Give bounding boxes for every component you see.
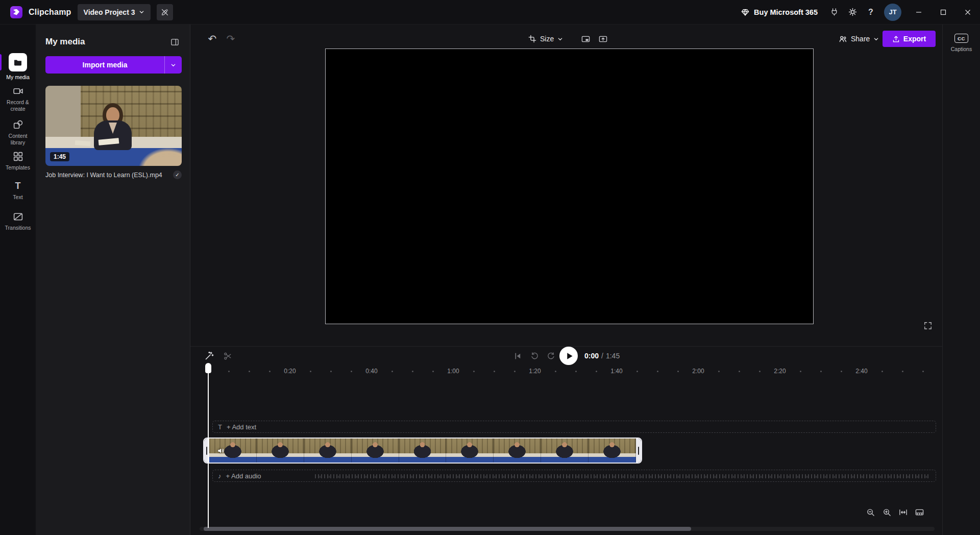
skip-to-start-button[interactable] [510, 348, 525, 363]
fit-width-icon [899, 508, 908, 517]
clip-trim-handle-right[interactable] [636, 439, 641, 463]
minimize-icon [916, 9, 922, 15]
import-media-dropdown[interactable] [164, 56, 182, 74]
seek-forward-button[interactable] [543, 348, 558, 363]
sidebar-item-content-library[interactable]: Content library [0, 119, 36, 145]
scissors-icon [224, 352, 232, 360]
play-button[interactable] [559, 347, 578, 365]
fullscreen-button[interactable] [921, 319, 935, 332]
skip-start-icon [513, 352, 522, 360]
magic-tools-button[interactable] [202, 348, 217, 363]
seek-back-icon [530, 352, 539, 360]
captions-icon: CC [954, 34, 968, 43]
video-thumbnail[interactable]: 1:45 [45, 86, 182, 166]
timeline-scrollbar-thumb[interactable] [204, 527, 691, 531]
screenshot-button[interactable] [596, 32, 610, 46]
ruler-dot [239, 367, 259, 376]
ruler-dot [321, 367, 341, 376]
sidebar-item-templates[interactable]: Templates [0, 151, 36, 171]
share-dropdown[interactable]: Share [832, 31, 885, 47]
film-frame [494, 439, 541, 463]
media-panel-header: My media [36, 25, 190, 56]
ruler-dot [545, 367, 566, 376]
add-audio-track[interactable]: ♪ + Add audio [212, 470, 936, 482]
chevron-down-icon [170, 62, 176, 68]
redo-icon: ↷ [227, 34, 235, 44]
editing-disabled-button[interactable] [157, 4, 173, 20]
ruler-label: 0:40 [361, 367, 382, 376]
export-icon [892, 35, 900, 43]
redo-button[interactable]: ↷ [222, 30, 239, 47]
ruler-dot [668, 367, 688, 376]
sidebar-item-label: Text [13, 194, 22, 201]
gear-icon [848, 8, 857, 16]
sidebar-item-label: Record & create [2, 99, 34, 112]
connected-apps-button[interactable] [825, 3, 843, 21]
plug-icon [830, 8, 839, 16]
ruler-dot [708, 367, 729, 376]
ruler-label: 2:00 [688, 367, 708, 376]
captions-panel-button[interactable]: CC Captions [951, 34, 972, 52]
collapse-panel-button[interactable] [167, 35, 182, 49]
video-preview-canvas[interactable] [325, 48, 814, 324]
sidebar-item-record-create[interactable]: Record & create [0, 86, 36, 112]
picture-in-picture-button[interactable] [578, 32, 593, 46]
help-icon: ? [868, 8, 873, 17]
my-media-icon [9, 53, 27, 71]
help-button[interactable]: ? [862, 3, 880, 21]
titlebar: Clipchamp Video Project 3 Buy Microsoft … [0, 0, 980, 25]
playhead-handle[interactable] [205, 363, 211, 373]
maximize-icon [940, 9, 946, 15]
total-time: 1:45 [606, 352, 620, 360]
undo-button[interactable]: ↶ [204, 30, 221, 47]
zoom-in-button[interactable] [879, 505, 894, 519]
ruler-dot [504, 367, 525, 376]
picture-in-picture-icon [581, 35, 590, 43]
crop-icon [528, 35, 536, 43]
timeline-scrollbar[interactable] [200, 527, 935, 531]
playhead[interactable] [205, 363, 211, 529]
buy-microsoft-365-button[interactable]: Buy Microsoft 365 [734, 0, 825, 25]
panel-collapse-icon [170, 38, 179, 46]
timeline-view-button[interactable] [912, 505, 926, 519]
ruler-dot [749, 367, 770, 376]
timeline-ruler[interactable]: 0:200:401:001:201:402:002:202:40 [218, 367, 933, 376]
sidebar-item-label: Templates [6, 164, 30, 171]
chevron-down-icon [873, 36, 879, 42]
window-close-button[interactable] [955, 0, 980, 25]
account-avatar[interactable]: JT [884, 4, 901, 21]
video-clip[interactable] [203, 437, 642, 464]
film-frame [399, 439, 447, 463]
titlebar-left: Clipchamp Video Project 3 [0, 4, 173, 20]
sidebar-item-label: Transitions [5, 225, 31, 231]
project-name-dropdown[interactable]: Video Project 3 [78, 4, 151, 20]
clip-filmstrip [209, 439, 636, 463]
media-panel-title: My media [45, 37, 85, 47]
ruler-dot [831, 367, 851, 376]
split-button[interactable] [220, 348, 235, 363]
buy-label: Buy Microsoft 365 [754, 8, 818, 16]
ruler-label: 2:20 [770, 367, 790, 376]
ruler-dot [259, 367, 280, 376]
content-library-icon [13, 119, 23, 130]
imported-check-icon: ✓ [173, 171, 182, 179]
add-text-track[interactable]: T + Add text [212, 421, 936, 433]
sidebar-item-text[interactable]: T Text [0, 181, 36, 201]
ruler-dot [647, 367, 668, 376]
window-minimize-button[interactable] [906, 0, 931, 25]
zoom-out-button[interactable] [863, 505, 877, 519]
zoom-to-fit-button[interactable] [896, 505, 910, 519]
import-media-button[interactable]: Import media [45, 56, 164, 74]
size-dropdown[interactable]: Size [523, 31, 568, 47]
text-track-icon: T [218, 423, 222, 431]
sidebar-item-my-media[interactable]: My media [0, 53, 36, 81]
export-button[interactable]: Export [883, 31, 936, 47]
fullscreen-icon [924, 322, 932, 330]
ruler-dot [586, 367, 606, 376]
settings-button[interactable] [843, 3, 862, 21]
media-item[interactable]: 1:45 Job Interview: I Want to Learn (ESL… [45, 86, 182, 179]
film-frame [257, 439, 304, 463]
window-maximize-button[interactable] [931, 0, 955, 25]
sidebar-item-transitions[interactable]: Transitions [0, 211, 36, 231]
seek-back-button[interactable] [527, 348, 542, 363]
